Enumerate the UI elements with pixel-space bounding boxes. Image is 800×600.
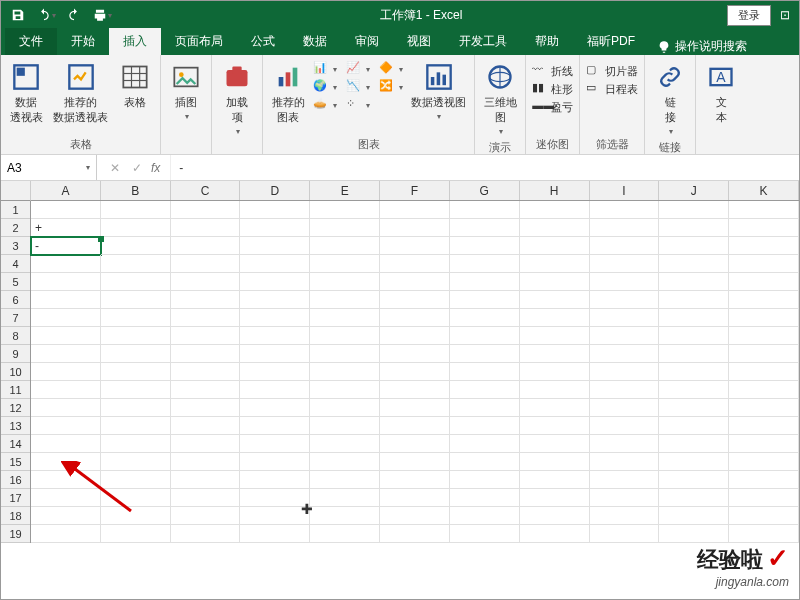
cell[interactable] — [590, 525, 660, 543]
cell[interactable] — [590, 201, 660, 219]
sparkline-column-button[interactable]: ▮▮柱形 — [532, 81, 573, 97]
chart-pie-button[interactable]: 🥧▾ ⁘▾ — [313, 97, 403, 113]
cell[interactable] — [171, 309, 241, 327]
row-header[interactable]: 1 — [1, 201, 30, 219]
cell[interactable] — [240, 363, 310, 381]
cell[interactable] — [101, 435, 171, 453]
cell[interactable] — [380, 489, 450, 507]
cell[interactable] — [171, 219, 241, 237]
column-header[interactable]: H — [520, 181, 590, 200]
row-header[interactable]: 9 — [1, 345, 30, 363]
tab-insert[interactable]: 插入 — [109, 28, 161, 55]
row-header[interactable]: 13 — [1, 417, 30, 435]
cell[interactable] — [101, 399, 171, 417]
cell[interactable] — [450, 273, 520, 291]
tab-data[interactable]: 数据 — [289, 28, 341, 55]
cell[interactable] — [590, 309, 660, 327]
row-header[interactable]: 3 — [1, 237, 30, 255]
ribbon-options-icon[interactable]: ⊡ — [775, 5, 795, 25]
cell[interactable] — [520, 273, 590, 291]
cell[interactable] — [659, 255, 729, 273]
cell[interactable] — [101, 417, 171, 435]
cell[interactable] — [31, 273, 101, 291]
cell[interactable] — [729, 201, 799, 219]
chart-map-button[interactable]: 🌍▾ 📉▾ 🔀▾ — [313, 79, 403, 95]
tab-home[interactable]: 开始 — [57, 28, 109, 55]
cell[interactable] — [171, 453, 241, 471]
cell[interactable] — [31, 363, 101, 381]
cell[interactable] — [729, 471, 799, 489]
cell[interactable] — [659, 525, 729, 543]
row-header[interactable]: 16 — [1, 471, 30, 489]
cell[interactable] — [240, 219, 310, 237]
cell[interactable] — [310, 417, 380, 435]
column-header[interactable]: K — [729, 181, 799, 200]
cell[interactable] — [450, 201, 520, 219]
cell[interactable] — [380, 525, 450, 543]
cell[interactable] — [729, 255, 799, 273]
cell[interactable] — [171, 489, 241, 507]
cell[interactable] — [310, 273, 380, 291]
cell[interactable] — [729, 435, 799, 453]
cell[interactable] — [380, 255, 450, 273]
cell[interactable] — [240, 507, 310, 525]
cell[interactable] — [171, 255, 241, 273]
cell[interactable] — [729, 417, 799, 435]
cell[interactable] — [31, 201, 101, 219]
cell[interactable] — [310, 399, 380, 417]
cell[interactable] — [310, 471, 380, 489]
cell[interactable] — [380, 453, 450, 471]
tell-me-search[interactable]: 操作说明搜索 — [649, 38, 755, 55]
cell[interactable] — [520, 291, 590, 309]
cell[interactable] — [171, 345, 241, 363]
cell[interactable] — [450, 489, 520, 507]
cell[interactable] — [240, 489, 310, 507]
cell[interactable] — [101, 291, 171, 309]
redo-icon[interactable] — [61, 3, 87, 27]
cell[interactable] — [520, 435, 590, 453]
cell[interactable] — [590, 435, 660, 453]
cell[interactable] — [310, 255, 380, 273]
cell[interactable] — [380, 399, 450, 417]
cell[interactable]: - — [31, 237, 101, 255]
cell[interactable] — [659, 507, 729, 525]
cell[interactable] — [659, 309, 729, 327]
cell[interactable] — [729, 309, 799, 327]
cell[interactable] — [31, 255, 101, 273]
cell[interactable] — [31, 309, 101, 327]
cell[interactable] — [171, 201, 241, 219]
row-header[interactable]: 4 — [1, 255, 30, 273]
cell[interactable] — [171, 507, 241, 525]
cell[interactable] — [310, 201, 380, 219]
cell[interactable] — [659, 237, 729, 255]
cell[interactable] — [520, 237, 590, 255]
cell[interactable] — [240, 399, 310, 417]
cell[interactable] — [101, 345, 171, 363]
table-button[interactable]: 表格 — [116, 59, 154, 112]
cell[interactable]: + — [31, 219, 101, 237]
cell[interactable] — [520, 381, 590, 399]
cell[interactable] — [171, 399, 241, 417]
tab-view[interactable]: 视图 — [393, 28, 445, 55]
column-header[interactable]: A — [31, 181, 101, 200]
cell[interactable] — [590, 417, 660, 435]
cell[interactable] — [240, 525, 310, 543]
cell[interactable] — [31, 417, 101, 435]
cell[interactable] — [659, 219, 729, 237]
cell[interactable] — [590, 273, 660, 291]
sparkline-winloss-button[interactable]: ▬▬盈亏 — [532, 99, 573, 115]
cell[interactable] — [31, 525, 101, 543]
cell[interactable] — [659, 489, 729, 507]
column-header[interactable]: D — [240, 181, 310, 200]
enter-formula-icon[interactable]: ✓ — [129, 161, 145, 175]
cell[interactable] — [380, 417, 450, 435]
cell[interactable] — [101, 273, 171, 291]
cell[interactable] — [590, 381, 660, 399]
cell[interactable] — [31, 327, 101, 345]
cell[interactable] — [450, 255, 520, 273]
cell[interactable] — [101, 309, 171, 327]
chart-column-button[interactable]: 📊▾ 📈▾ 🔶▾ — [313, 61, 403, 77]
sparkline-line-button[interactable]: 〰折线 — [532, 63, 573, 79]
cell[interactable] — [659, 345, 729, 363]
row-header[interactable]: 8 — [1, 327, 30, 345]
